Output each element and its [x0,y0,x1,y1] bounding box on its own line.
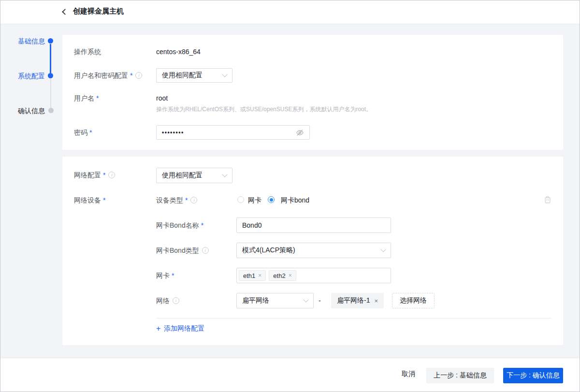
create-bare-metal-host-screen: 创建裸金属主机 基础信息 系统配置 确认信息 操作系统 centos-x86_6… [0,0,580,392]
device-type-label: 设备类型 * [156,195,197,205]
username-label: 用户名 * [74,93,99,103]
info-icon[interactable] [190,197,197,203]
info-icon[interactable] [173,297,179,304]
password-label-text: 密码 [74,128,87,137]
nic-multiselect-input[interactable]: eth1 × eth2 × [236,268,391,283]
chevron-down-icon [222,172,227,177]
credential-config-label: 用户名和密码配置 * [74,71,142,80]
next-step-button[interactable]: 下一步 : 确认信息 [503,368,563,383]
page-header: 创建裸金属主机 [0,0,580,24]
chevron-down-icon [222,72,227,77]
nic-tag-label: eth2 [273,272,285,279]
bond-type-label-text: 网卡Bond类型 [156,246,199,255]
network-device-label: 网络设备 * [74,195,105,205]
system-config-card: 操作系统 centos-x86_64 用户名和密码配置 * 使用相同配置 用户名… [62,35,563,150]
section-divider [156,318,551,319]
selected-network-tag: 扁平网络-1 × [331,293,384,308]
info-icon[interactable] [135,72,142,79]
bond-type-label: 网卡Bond类型 [156,246,209,255]
network-config-select[interactable]: 使用相同配置 [156,168,232,183]
password-label: 密码 * [74,128,92,137]
add-network-config-link[interactable]: + 添加网络配置 [156,324,204,333]
network-type-select-value: 扁平网络 [242,296,304,305]
eye-off-icon[interactable] [296,129,304,137]
chevron-down-icon [380,247,386,252]
chevron-down-icon [303,297,308,302]
bond-name-label-text: 网卡Bond名称 [156,220,199,230]
nic-tag-eth2: eth2 × [269,270,296,281]
required-mark: * [103,170,105,180]
password-masked-value: •••••••• [162,129,296,136]
plus-icon: + [156,324,160,333]
required-mark: * [201,220,203,230]
radio-nic-label[interactable]: 网卡 [248,195,261,205]
step-connector-done [50,44,51,73]
step-dot-system-config [48,73,53,78]
password-input[interactable]: •••••••• [156,125,310,140]
add-network-config-label: 添加网络配置 [164,324,204,333]
network-config-card: 网络配置 * 使用相同配置 网络设备 * 设备类型 * 网卡 网卡bond [62,157,563,345]
credential-config-select[interactable]: 使用相同配置 [156,68,232,83]
bond-name-value: Bond0 [242,221,385,229]
network-type-select[interactable]: 扁平网络 [236,293,314,308]
step-dot-basic-info [48,38,53,44]
cancel-button[interactable]: 取消 [402,370,415,378]
bond-type-select-value: 模式4(LACP策略) [242,246,381,255]
required-mark: * [185,195,188,205]
close-icon[interactable]: × [258,272,261,279]
nic-tag-label: eth1 [243,272,255,279]
close-icon[interactable]: × [289,272,292,279]
back-icon [62,9,68,15]
radio-nic-bond[interactable] [268,196,275,203]
credential-config-label-text: 用户名和密码配置 [74,71,128,80]
required-mark: * [172,271,174,280]
os-value: centos-x86_64 [156,47,201,57]
username-value: root [156,93,168,103]
step-dot-confirm-info [48,108,54,113]
credential-config-select-value: 使用相同配置 [162,71,223,80]
required-mark: * [130,71,132,80]
radio-nic[interactable] [237,196,244,203]
username-label-text: 用户名 [74,93,94,103]
radio-nic-bond-label[interactable]: 网卡bond [281,195,309,205]
nic-label-text: 网卡 [156,271,170,280]
os-label: 操作系统 [74,47,101,57]
bond-type-select[interactable]: 模式4(LACP策略) [236,243,391,258]
network-device-label-text: 网络设备 [74,195,101,205]
network-config-label-text: 网络配置 [74,170,101,180]
required-mark: * [89,128,92,137]
bond-name-input[interactable]: Bond0 [236,218,391,233]
nic-label: 网卡 * [156,271,174,280]
network-config-label: 网络配置 * [74,170,115,180]
step-connector-pending [50,79,51,108]
username-hint: 操作系统为RHEL/CentOS系列、或SUSE/openSUSE系列，系统默认… [156,105,372,114]
network-label-text: 网络 [156,296,170,305]
info-icon[interactable] [108,172,115,178]
network-config-select-value: 使用相同配置 [162,171,223,180]
nic-tag-eth1: eth1 × [239,270,266,281]
device-type-label-text: 设备类型 [156,195,183,205]
bond-name-label: 网卡Bond名称 * [156,220,203,230]
required-mark: * [103,195,105,205]
step-confirm-info[interactable]: 确认信息 [8,106,45,116]
close-icon[interactable]: × [374,297,378,305]
choose-network-button[interactable]: 选择网络 [392,293,435,308]
step-system-config[interactable]: 系统配置 [8,71,45,81]
network-separator: - [319,296,321,305]
step-basic-info[interactable]: 基础信息 [8,36,45,46]
page-title: 创建裸金属主机 [73,7,124,16]
info-icon[interactable] [202,247,209,254]
selected-network-tag-label: 扁平网络-1 [337,296,370,305]
wizard-footer: 取消 上一步 : 基础信息 下一步 : 确认信息 [0,358,580,392]
trash-icon[interactable] [544,195,551,204]
back-button[interactable] [59,6,71,18]
network-label: 网络 [156,296,179,305]
required-mark: * [96,93,99,103]
prev-step-button[interactable]: 上一步 : 基础信息 [426,368,494,383]
